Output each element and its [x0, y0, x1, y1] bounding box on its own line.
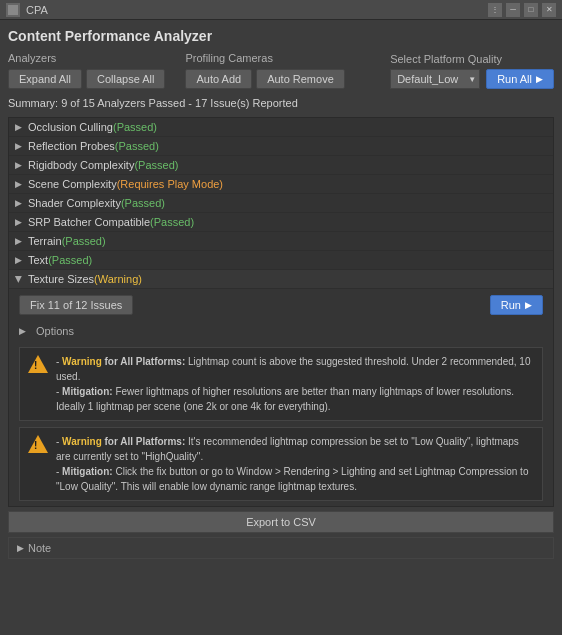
texture-expanded-section: Fix 11 of 12 Issues Run ▶ Options ! [9, 289, 553, 507]
analyzers-buttons: Expand All Collapse All [8, 69, 165, 89]
content-area[interactable]: ▶ Occlusion Culling (Passed) ▶ Reflectio… [8, 117, 554, 507]
chevron-icon: ▶ [15, 236, 22, 246]
title-bar-title: CPA [26, 4, 48, 16]
status-badge: (Passed) [121, 197, 165, 209]
warning-icon-1: ! [28, 354, 48, 374]
auto-remove-button[interactable]: Auto Remove [256, 69, 345, 89]
analyzer-row-rigidbody[interactable]: ▶ Rigidbody Complexity (Passed) [9, 156, 553, 175]
analyzer-name: Occlusion Culling [28, 121, 113, 133]
warning-text-1: - Warning for All Platforms: Lightmap co… [56, 354, 534, 414]
analyzer-name: Text [28, 254, 48, 266]
chevron-icon: ▶ [15, 198, 22, 208]
run-label: Run [501, 299, 521, 311]
summary-text: Summary: 9 of 15 Analyzers Passed - 17 I… [8, 97, 298, 109]
analyzer-name: Reflection Probes [28, 140, 115, 152]
maximize-button[interactable]: □ [524, 3, 538, 17]
analyzer-name: SRP Batcher Compatible [28, 216, 150, 228]
analyzer-row-srp[interactable]: ▶ SRP Batcher Compatible (Passed) [9, 213, 553, 232]
cpa-icon [6, 3, 20, 17]
warning-text-2: - Warning for All Platforms: It's recomm… [56, 434, 534, 494]
status-badge: (Passed) [48, 254, 92, 266]
chevron-icon: ▶ [15, 122, 22, 132]
analyzer-row-shader[interactable]: ▶ Shader Complexity (Passed) [9, 194, 553, 213]
warning-box-2: ! - Warning for All Platforms: It's reco… [19, 427, 543, 501]
menu-button[interactable]: ⋮ [488, 3, 502, 17]
note-row: ▶ Note [8, 537, 554, 559]
status-badge: (Passed) [62, 235, 106, 247]
analyzer-row-reflection[interactable]: ▶ Reflection Probes (Passed) [9, 137, 553, 156]
analyzer-name: Texture Sizes [28, 273, 94, 285]
profiling-section: Profiling Cameras Auto Add Auto Remove [185, 52, 344, 89]
title-bar-controls: ⋮ ─ □ ✕ [488, 3, 556, 17]
options-chevron: ▶ [19, 326, 26, 336]
warning-box-1: ! - Warning for All Platforms: Lightmap … [19, 347, 543, 421]
bottom-section: Export to CSV ▶ Note [8, 511, 554, 559]
analyzer-row-occlusion[interactable]: ▶ Occlusion Culling (Passed) [9, 118, 553, 137]
toolbar: Analyzers Expand All Collapse All Profil… [8, 52, 554, 89]
analyzer-name: Scene Complexity [28, 178, 117, 190]
analyzer-name: Terrain [28, 235, 62, 247]
analyzer-row-text[interactable]: ▶ Text (Passed) [9, 251, 553, 270]
chevron-icon: ▶ [15, 160, 22, 170]
warning-icon-2: ! [28, 434, 48, 454]
run-button[interactable]: Run [490, 295, 543, 315]
chevron-icon: ▶ [15, 255, 22, 265]
status-badge: (Passed) [113, 121, 157, 133]
note-label: Note [28, 542, 51, 554]
analyzer-name: Rigidbody Complexity [28, 159, 134, 171]
chevron-icon: ▶ [15, 179, 22, 189]
summary-bar: Summary: 9 of 15 Analyzers Passed - 17 I… [8, 93, 554, 113]
profiling-buttons: Auto Add Auto Remove [185, 69, 344, 89]
fix-button[interactable]: Fix 11 of 12 Issues [19, 295, 133, 315]
note-chevron-icon: ▶ [17, 543, 24, 553]
chevron-icon: ▶ [15, 217, 22, 227]
title-bar: CPA ⋮ ─ □ ✕ [0, 0, 562, 20]
run-all-label: Run All [497, 73, 532, 85]
close-button[interactable]: ✕ [542, 3, 556, 17]
analyzers-label: Analyzers [8, 52, 165, 64]
options-row: ▶ Options [19, 321, 543, 341]
platform-select[interactable]: Default_Low [390, 69, 480, 89]
options-label: ▶ Options [19, 325, 543, 337]
analyzer-name: Shader Complexity [28, 197, 121, 209]
analyzers-section: Analyzers Expand All Collapse All [8, 52, 165, 89]
fix-row: Fix 11 of 12 Issues Run [19, 295, 543, 315]
platform-section: Select Platform Quality Default_Low Run … [390, 53, 554, 89]
run-all-button[interactable]: Run All [486, 69, 554, 89]
app-title: Content Performance Analyzer [8, 28, 554, 44]
options-text: Options [36, 325, 74, 337]
title-bar-left: CPA [6, 3, 48, 17]
status-badge: (Passed) [150, 216, 194, 228]
chevron-down-icon: ▶ [14, 276, 24, 283]
export-button[interactable]: Export to CSV [8, 511, 554, 533]
status-badge: (Warning) [94, 273, 142, 285]
collapse-all-button[interactable]: Collapse All [86, 69, 165, 89]
main-content: Content Performance Analyzer Analyzers E… [0, 20, 562, 567]
platform-row: Default_Low Run All [390, 69, 554, 89]
analyzer-row-terrain[interactable]: ▶ Terrain (Passed) [9, 232, 553, 251]
chevron-icon: ▶ [15, 141, 22, 151]
svg-rect-0 [8, 5, 18, 15]
analyzer-row-scene[interactable]: ▶ Scene Complexity (Requires Play Mode) [9, 175, 553, 194]
expand-all-button[interactable]: Expand All [8, 69, 82, 89]
status-badge: (Passed) [115, 140, 159, 152]
auto-add-button[interactable]: Auto Add [185, 69, 252, 89]
status-badge: (Passed) [134, 159, 178, 171]
analyzer-row-texture[interactable]: ▶ Texture Sizes (Warning) [9, 270, 553, 289]
status-badge: (Requires Play Mode) [117, 178, 223, 190]
platform-label: Select Platform Quality [390, 53, 502, 65]
profiling-label: Profiling Cameras [185, 52, 344, 64]
platform-select-wrapper: Default_Low [390, 69, 480, 89]
minimize-button[interactable]: ─ [506, 3, 520, 17]
